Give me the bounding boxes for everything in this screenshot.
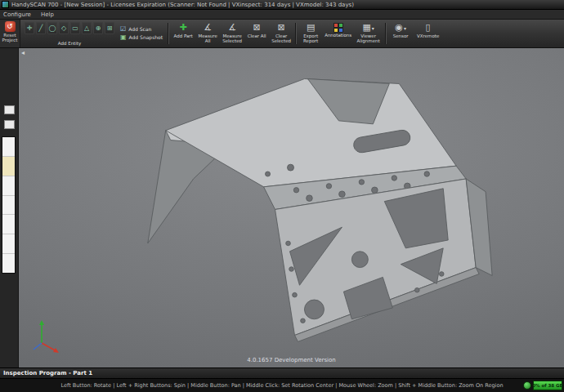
menu-bar: Configure Help	[0, 10, 564, 20]
reset-project-button[interactable]: ↺ Reset Project	[0, 20, 20, 47]
viewer-alignment-icon: ▦	[362, 22, 370, 33]
vxremote-icon: ▯	[426, 22, 431, 33]
add-part-button[interactable]: ✚ Add Part	[171, 20, 195, 47]
entity-grid-icon[interactable]: ⊞	[105, 22, 114, 34]
scanned-part	[148, 79, 492, 342]
app-window: HandySCAN 700 - [New Session] - Licenses…	[0, 0, 564, 392]
add-entity-label: Add Entity	[25, 41, 114, 46]
clear-all-icon: ⊠	[253, 22, 261, 33]
entity-plane-icon[interactable]: ◇	[59, 22, 69, 34]
document-thumbnail-icon[interactable]	[4, 120, 15, 129]
annotations-icon	[333, 23, 343, 33]
clear-selected-icon: ⊠	[278, 22, 285, 33]
chevron-down-icon: ▾	[404, 25, 406, 31]
reset-project-icon: ↺	[5, 21, 16, 32]
vxremote-button[interactable]: ▯ VXremote	[413, 20, 443, 47]
scan-snapshot-group: ☑ Add Scan ▣ Add Snapshot	[117, 20, 166, 47]
sidebar-panel	[2, 136, 16, 274]
entity-circle-icon[interactable]: ◯	[47, 22, 57, 34]
add-scan-icon: ☑	[120, 26, 126, 33]
panel-row[interactable]	[2, 176, 15, 196]
memory-status-icon	[523, 381, 531, 390]
entity-line-icon[interactable]: ╱	[36, 22, 46, 34]
add-snapshot-label: Add Snapshot	[129, 34, 163, 41]
panel-row[interactable]	[2, 196, 15, 216]
chevron-down-icon: ▾	[372, 25, 374, 31]
sensor-button[interactable]: ◉ ▾ Sensor	[388, 20, 413, 47]
entity-rectangle-icon[interactable]: ▭	[70, 22, 80, 34]
model-3d[interactable]	[19, 48, 564, 368]
measure-selected-icon: ∡	[228, 22, 236, 33]
toolbar: ✛ ╱ ◯ ◇ ▭ △ ⊕ ⊞ Add Entity ☑ Add Scan ▣	[20, 20, 564, 47]
left-sidebar	[0, 48, 19, 368]
app-icon	[2, 1, 9, 8]
main-area: ◂	[0, 48, 564, 368]
add-part-icon: ✚	[180, 22, 187, 33]
entity-cone-icon[interactable]: △	[82, 22, 92, 34]
toolbar-row: ↺ Reset Project ✛ ╱ ◯ ◇ ▭ △ ⊕ ⊞ Add Enti…	[0, 20, 564, 48]
axis-triad-icon	[32, 317, 68, 356]
memory-indicator: 0% of 38 GB	[523, 381, 562, 390]
panel-row[interactable]	[2, 157, 15, 176]
viewer-alignment-button[interactable]: ▦ ▾ Viewer Alignment	[353, 20, 383, 47]
version-watermark: 4.0.1657 Development Version	[19, 357, 564, 363]
sensor-icon: ◉	[395, 22, 403, 33]
panel-row[interactable]	[2, 234, 15, 254]
add-entity-icons: ✛ ╱ ◯ ◇ ▭ △ ⊕ ⊞	[25, 22, 114, 34]
document-thumbnail-icon[interactable]	[4, 105, 15, 114]
memory-bar: 0% of 38 GB	[533, 381, 562, 390]
add-scan-label: Add Scan	[128, 26, 151, 33]
toolbar-separator	[385, 23, 387, 44]
viewport-3d[interactable]: ◂	[19, 48, 564, 368]
export-report-icon: ▤	[307, 22, 315, 33]
entity-point-icon[interactable]: ✛	[25, 22, 34, 34]
mouse-hints: Left Button: Rotate | Left + Right Butto…	[60, 382, 503, 389]
help-bar: Left Button: Rotate | Left + Right Butto…	[0, 378, 564, 392]
measure-all-button[interactable]: ∡ Measure All	[195, 20, 220, 47]
measure-selected-button[interactable]: ∡ Measure Selected	[220, 20, 244, 47]
panel-row[interactable]	[2, 254, 15, 273]
add-snapshot-icon: ▣	[120, 34, 127, 41]
panel-row[interactable]	[2, 137, 15, 157]
menu-configure[interactable]: Configure	[3, 11, 31, 18]
window-title: HandySCAN 700 - [New Session] - Licenses…	[11, 2, 354, 8]
clear-all-button[interactable]: ⊠ Clear All	[244, 20, 269, 47]
add-snapshot-button[interactable]: ▣ Add Snapshot	[120, 34, 163, 41]
toolbar-separator	[168, 23, 169, 44]
annotations-button[interactable]: Annotations	[323, 20, 353, 47]
menu-help[interactable]: Help	[41, 11, 54, 18]
measure-all-icon: ∡	[204, 22, 212, 33]
entity-sphere-icon[interactable]: ⊕	[93, 22, 103, 34]
export-report-button[interactable]: ▤ Export Report	[298, 20, 323, 47]
reset-project-label: Reset Project	[0, 33, 20, 42]
memory-text: 0% of 38 GB	[532, 383, 563, 388]
session-label: Inspection Program - Part 1	[3, 370, 92, 376]
title-bar: HandySCAN 700 - [New Session] - Licenses…	[0, 0, 564, 10]
add-scan-button[interactable]: ☑ Add Scan	[120, 26, 163, 33]
panel-row[interactable]	[2, 215, 15, 234]
clear-selected-button[interactable]: ⊠ Clear Selected	[269, 20, 293, 47]
toolbar-separator	[295, 23, 297, 44]
session-bar: Inspection Program - Part 1	[0, 368, 564, 378]
add-entity-group: ✛ ╱ ◯ ◇ ▭ △ ⊕ ⊞ Add Entity	[22, 20, 117, 47]
